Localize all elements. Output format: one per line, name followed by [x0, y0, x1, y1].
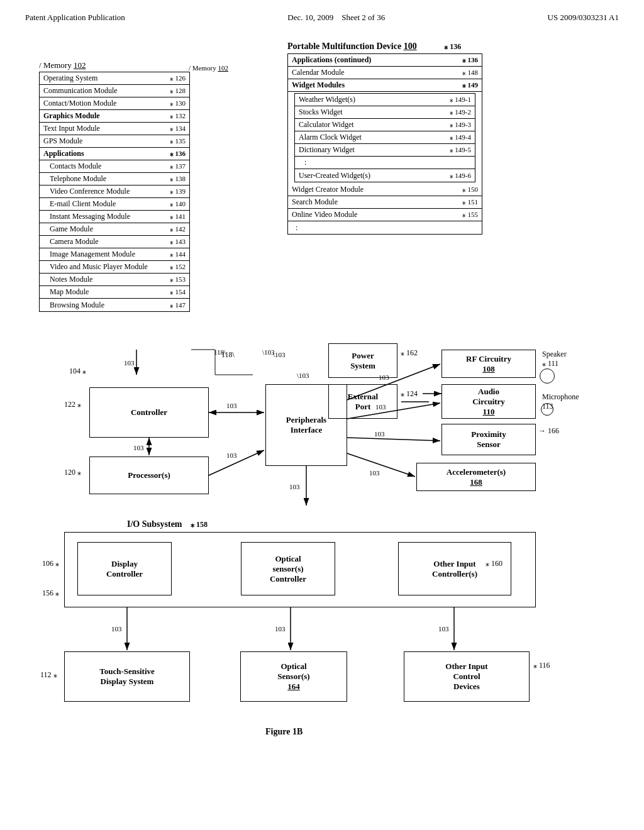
proximity-ref: → 166 — [538, 426, 559, 436]
memory-row: Telephone Module ⁎ 138 — [40, 173, 189, 185]
ref-118: 118\ — [214, 348, 226, 356]
apps-row-online-video: Online Video Module ⁎ 155 — [288, 209, 482, 221]
diagram: / Memory 102 Operating System ⁎ 126 Comm… — [26, 42, 618, 796]
ref-103-pi: \103 — [297, 372, 309, 379]
memory-row: Graphics Module ⁎ 132 — [40, 110, 189, 123]
apps-row: Applications (continued) ⁎ 136 — [288, 54, 482, 67]
svg-text:103: 103 — [111, 625, 122, 633]
svg-text:103: 103 — [124, 359, 135, 367]
svg-text:103: 103 — [275, 625, 286, 633]
processor-box: Processor(s) — [89, 456, 209, 494]
rf-circuitry-box: RF Circuitry 108 — [441, 350, 536, 378]
memory-title: / Memory 102 — [39, 60, 190, 70]
header-right: US 2009/0303231 A1 — [548, 13, 619, 23]
svg-text:103: 103 — [369, 469, 380, 477]
display-controller-box: Display Controller — [77, 542, 172, 595]
figure-caption: Figure 1B — [265, 727, 303, 737]
display-controller-ref: 106 ⁎ — [42, 559, 59, 568]
widget-row: Alarm Clock Widget ⁎ 149-4 — [295, 131, 475, 144]
memory-row: Video and Music Player Module ⁎ 152 — [40, 261, 189, 274]
memory-row: Communication Module ⁎ 128 — [40, 85, 189, 97]
power-system-box: Power System — [328, 343, 397, 378]
accelerometer-box: Accelerometer(s) 168 — [416, 463, 536, 491]
memory-row: E-mail Client Module ⁎ 140 — [40, 198, 189, 211]
memory-row-map: Map Module ⁎ 154 — [40, 286, 189, 299]
controller-ref: 122 ⁎ — [64, 400, 81, 409]
memory-row-notes: Notes Module ⁎ 153 — [40, 274, 189, 286]
peripherals-box: Peripherals Interface — [265, 384, 347, 466]
widget-box: Weather Widget(s) ⁎ 149-1 Stocks Widget … — [294, 93, 475, 182]
apps-row-dots: : — [288, 221, 482, 234]
other-input-devices-box: Other Input Control Devices — [404, 651, 530, 702]
memory-row: Game Module ⁎ 142 — [40, 223, 189, 236]
svg-text:104 ⁎: 104 ⁎ — [69, 367, 86, 375]
header-date: Dec. 10, 2009 — [287, 13, 333, 22]
memory-row: Contacts Module ⁎ 137 — [40, 160, 189, 173]
widget-row: Weather Widget(s) ⁎ 149-1 — [295, 94, 475, 106]
svg-text:103: 103 — [133, 444, 144, 451]
other-devices-ref: ⁎ 116 — [533, 661, 550, 670]
power-ref: ⁎ 162 — [401, 348, 418, 358]
proximity-sensor-box: Proximity Sensor — [441, 424, 536, 455]
memory-row: Video Conference Module ⁎ 139 — [40, 185, 189, 198]
portable-device-title: Portable Multifunction Device 100 ⁎ 136 — [287, 42, 482, 52]
svg-text:\103: \103 — [273, 351, 286, 358]
touch-display-box: Touch-Sensitive Display System — [64, 651, 190, 702]
portable-device-section: Portable Multifunction Device 100 ⁎ 136 … — [287, 42, 482, 235]
svg-line-17 — [347, 438, 440, 441]
widget-row: Calculator Widget ⁎ 149-3 — [295, 119, 475, 131]
optical-controller-box: Optical sensor(s) Controller — [241, 542, 335, 595]
page: Patent Application Publication Dec. 10, … — [0, 0, 644, 830]
apps-row-calendar: Calendar Module ⁎ 148 — [288, 67, 482, 79]
memory-row-applications: Applications ⁎ 136 — [40, 148, 189, 160]
memory-row: Instant Messaging Module ⁎ 141 — [40, 211, 189, 223]
memory-row: Contact/Motion Module ⁎ 130 — [40, 97, 189, 110]
apps-row-widget-modules: Widget Modules ⁎ 149 — [288, 79, 482, 92]
header-sheet: Sheet 2 of 36 — [341, 13, 385, 22]
io-subsystem-label: I/O Subsystem ⁎ 158 — [127, 519, 208, 529]
other-controller-ref: ⁎ 160 — [486, 559, 502, 568]
memory-row: Camera Module ⁎ 143 — [40, 236, 189, 248]
page-header: Patent Application Publication Dec. 10, … — [25, 13, 619, 23]
header-center: Dec. 10, 2009 Sheet 2 of 36 — [287, 13, 385, 23]
memory-row: GPS Module ⁎ 135 — [40, 135, 189, 148]
controller-box: Controller — [89, 387, 209, 438]
other-input-controller-box: Other Input Controller(s) — [398, 542, 511, 595]
ref-156: 156 ⁎ — [42, 589, 59, 598]
memory-row: Operating System ⁎ 126 — [40, 72, 189, 85]
apps-row-search: Search Module ⁎ 151 — [288, 196, 482, 209]
apps-box: Applications (continued) ⁎ 136 Calendar … — [287, 53, 482, 235]
memory-section: / Memory 102 Operating System ⁎ 126 Comm… — [39, 60, 190, 312]
header-left: Patent Application Publication — [25, 13, 125, 23]
widget-row-dictionary: Dictionary Widget ⁎ 149-5 — [295, 144, 475, 157]
optical-sensor-box: Optical Sensor(s) 164 — [240, 651, 347, 702]
speaker-icon — [540, 368, 555, 384]
svg-line-9 — [209, 450, 264, 475]
widget-row-user-created: User-Created Widget(s) ⁎ 149-6 — [295, 169, 475, 182]
memory-row-browsing: Browsing Module ⁎ 147 — [40, 299, 189, 311]
microphone-icon — [541, 403, 553, 416]
speaker-label: Speaker ⁎ 111 — [542, 350, 567, 368]
svg-text:/ Memory 102: / Memory 102 — [189, 64, 228, 72]
processor-ref: 120 ⁎ — [64, 468, 81, 477]
external-port-ref: ⁎ 124 — [401, 389, 418, 399]
svg-text:103: 103 — [226, 451, 237, 459]
memory-row: Text Input Module ⁎ 134 — [40, 123, 189, 135]
widget-row: : — [295, 157, 475, 169]
touch-display-ref: 112 ⁎ — [40, 670, 57, 680]
svg-line-19 — [347, 453, 415, 477]
svg-text:103: 103 — [226, 402, 237, 409]
svg-text:103: 103 — [438, 625, 449, 633]
svg-text:103: 103 — [374, 430, 385, 438]
svg-text:103: 103 — [289, 483, 300, 490]
memory-row: Image Management Module ⁎ 144 — [40, 248, 189, 261]
widget-row: Stocks Widget ⁎ 149-2 — [295, 106, 475, 119]
io-subsystem-box: Display Controller Optical sensor(s) Con… — [64, 532, 536, 607]
ref-103-top: \103 — [262, 348, 275, 356]
audio-circuitry-box: Audio Circuitry 110 — [441, 384, 536, 419]
memory-box: Operating System ⁎ 126 Communication Mod… — [39, 72, 190, 312]
apps-row-widget-creator: Widget Creator Module ⁎ 150 — [288, 184, 482, 196]
